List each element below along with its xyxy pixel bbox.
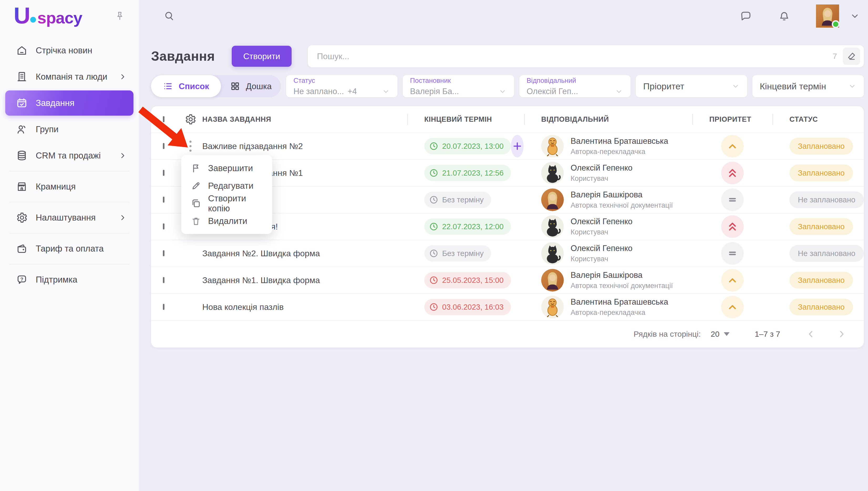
search-input[interactable] bbox=[317, 52, 833, 61]
row-checkbox[interactable] bbox=[163, 143, 164, 149]
select-all-checkbox[interactable] bbox=[163, 116, 164, 122]
tasks-table-card: Завершити Редагувати Створити копію bbox=[151, 106, 864, 347]
assignee-role: Авторка-перекладачка bbox=[570, 148, 668, 156]
sidebar-item-billing[interactable]: Тариф та оплата bbox=[5, 236, 133, 261]
filter-label: Пріоритет bbox=[643, 81, 684, 91]
uspacy-logo[interactable]: U spacy bbox=[13, 4, 92, 28]
menu-item-complete[interactable]: Завершити bbox=[181, 159, 272, 177]
row-checkbox[interactable] bbox=[163, 170, 164, 176]
status-badge: Не заплановано bbox=[789, 245, 864, 262]
deadline-pill: Без терміну bbox=[424, 245, 491, 262]
list-view-icon bbox=[163, 81, 173, 91]
task-name[interactable]: Важливе підзавдання №2 bbox=[200, 141, 407, 151]
menu-item-label: Створити копію bbox=[208, 194, 263, 213]
filter-reporter[interactable]: Постановник Валерія Ба... bbox=[403, 75, 514, 97]
task-name[interactable]: Нова колекція пазлів bbox=[200, 302, 407, 312]
sidebar-item-company[interactable]: Компанія та люди bbox=[5, 64, 133, 89]
page-header: Завдання Створити 7 bbox=[151, 45, 864, 67]
assignee-name[interactable]: Олексій Гепенко bbox=[570, 244, 632, 253]
sidebar-item-label: Підтримка bbox=[36, 275, 77, 285]
filter-status[interactable]: Статус Не заплано... +4 bbox=[286, 75, 398, 97]
sidebar-item-groups[interactable]: Групи bbox=[5, 117, 133, 142]
assignee-name[interactable]: Олексій Гепенко bbox=[570, 163, 632, 173]
priority-normal-icon bbox=[721, 189, 744, 211]
user-avatar[interactable] bbox=[816, 4, 839, 28]
table-row[interactable]: Завдання №2. Швидка форма Без терміну Ол… bbox=[151, 240, 864, 266]
chevron-down-icon[interactable] bbox=[849, 11, 860, 21]
deadline-pill: 03.06.2023, 16:03 bbox=[424, 299, 511, 315]
topbar bbox=[139, 0, 868, 32]
task-name[interactable]: Завдання №1. Швидка форма bbox=[200, 276, 407, 285]
priority-normal-icon bbox=[721, 242, 744, 265]
menu-item-duplicate[interactable]: Створити копію bbox=[181, 195, 272, 212]
assignee-name[interactable]: Валентина Браташевська bbox=[570, 137, 668, 146]
table-settings-gear-icon[interactable] bbox=[181, 113, 200, 125]
chevron-down-icon bbox=[615, 87, 623, 96]
assignee-avatar-peanut bbox=[541, 296, 564, 318]
board-view-icon bbox=[230, 81, 240, 91]
status-badge: Заплановано bbox=[789, 272, 853, 289]
row-checkbox[interactable] bbox=[163, 304, 164, 310]
sidebar-item-settings[interactable]: Налаштування bbox=[5, 205, 133, 230]
assignee-role: Авторка технічної документації bbox=[570, 282, 673, 290]
status-badge: Заплановано bbox=[789, 138, 853, 154]
row-checkbox[interactable] bbox=[163, 224, 164, 229]
rows-per-page-select[interactable]: 20 bbox=[711, 329, 719, 339]
filter-deadline[interactable]: Кінцевий термін bbox=[752, 75, 864, 97]
groups-icon bbox=[16, 123, 28, 135]
add-subtask-button[interactable] bbox=[511, 135, 524, 157]
app-window: U spacy Стрічка новин bbox=[0, 0, 868, 491]
filters-row: Список Дошка Статус Не заплано... +4 bbox=[151, 75, 864, 97]
assignee-name[interactable]: Валерія Башкірова bbox=[570, 270, 673, 280]
sidebar-item-store[interactable]: Крамниця bbox=[5, 174, 133, 199]
column-header-deadline[interactable]: КІНЦЕВИЙ ТЕРМІН bbox=[407, 106, 524, 133]
tab-list-view[interactable]: Список bbox=[151, 75, 221, 97]
table-row[interactable]: Нова колекція пазлів 03.06.2023, 16:03 В… bbox=[151, 293, 864, 320]
chevron-down-icon bbox=[382, 87, 390, 96]
chevron-right-icon bbox=[119, 73, 127, 81]
task-name[interactable]: Завдання №2. Швидка форма bbox=[200, 249, 407, 258]
row-kebab-menu-icon[interactable] bbox=[188, 139, 193, 153]
assignee-avatar-photo bbox=[541, 189, 564, 211]
sidebar-item-label: Крамниця bbox=[36, 182, 76, 192]
row-checkbox[interactable] bbox=[163, 250, 164, 256]
pagination-range: 1–7 з 7 bbox=[755, 329, 780, 339]
next-page-button[interactable] bbox=[836, 329, 847, 339]
sidebar-item-crm[interactable]: CRM та продажі bbox=[5, 143, 133, 168]
tab-label: Дошка bbox=[246, 82, 272, 91]
table-row[interactable]: Завдання №1. Швидка форма 25.05.2023, 15… bbox=[151, 266, 864, 293]
assignee-name[interactable]: Олексій Гепенко bbox=[570, 217, 632, 226]
filter-priority[interactable]: Пріоритет bbox=[636, 75, 747, 97]
assignee-name[interactable]: Валерія Башкірова bbox=[570, 190, 673, 200]
pencil-icon bbox=[191, 180, 201, 191]
sidebar-item-newsfeed[interactable]: Стрічка новин bbox=[5, 38, 133, 63]
notifications-bell-icon[interactable] bbox=[778, 9, 791, 23]
deadline-pill: Без терміну bbox=[424, 192, 491, 208]
menu-item-edit[interactable]: Редагувати bbox=[181, 177, 272, 195]
column-header-status[interactable]: СТАТУС bbox=[772, 106, 864, 133]
dropdown-triangle-icon[interactable] bbox=[724, 332, 730, 336]
column-header-priority[interactable]: ПРІОРИТЕТ bbox=[692, 106, 772, 133]
clear-filters-button[interactable] bbox=[843, 48, 860, 65]
create-task-button[interactable]: Створити bbox=[232, 46, 291, 67]
crm-database-icon bbox=[16, 150, 28, 162]
tab-board-view[interactable]: Дошка bbox=[221, 75, 281, 97]
row-checkbox[interactable] bbox=[163, 277, 164, 283]
sidebar-item-support[interactable]: ? Підтримка bbox=[5, 267, 133, 292]
menu-item-delete[interactable]: Видалити bbox=[181, 212, 272, 230]
pin-sidebar-icon[interactable] bbox=[115, 11, 125, 21]
assignee-avatar-peanut bbox=[541, 135, 564, 157]
global-search-icon[interactable] bbox=[163, 10, 176, 22]
filter-responsible[interactable]: Відповідальний Олексій Геп... bbox=[519, 75, 631, 97]
table-header: НАЗВА ЗАВДАННЯ КІНЦЕВИЙ ТЕРМІН ВІДПОВІДА… bbox=[151, 106, 864, 133]
column-header-responsible[interactable]: ВІДПОВІДАЛЬНИЙ bbox=[524, 106, 692, 133]
sidebar-item-tasks[interactable]: Завдання bbox=[5, 90, 133, 116]
assignee-name[interactable]: Валентина Браташевська bbox=[570, 297, 668, 307]
prev-page-button[interactable] bbox=[805, 329, 816, 339]
copy-icon bbox=[191, 198, 201, 209]
column-header-name[interactable]: НАЗВА ЗАВДАННЯ bbox=[200, 106, 407, 133]
sidebar-item-label: Стрічка новин bbox=[36, 46, 92, 55]
messages-icon[interactable] bbox=[739, 9, 752, 23]
assignee-avatar-cat bbox=[541, 162, 564, 184]
row-checkbox[interactable] bbox=[163, 197, 164, 203]
